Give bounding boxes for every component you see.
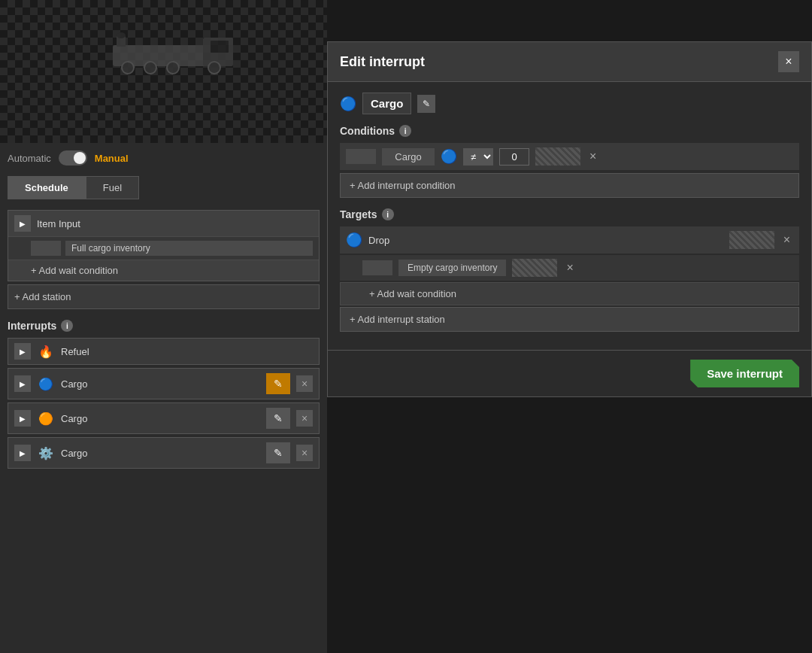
add-interrupt-condition-button[interactable]: + Add interrupt condition [340, 173, 799, 198]
sub-condition-row: Empty cargo inventory × [340, 255, 799, 281]
sub-cond-remove-button[interactable]: × [563, 261, 576, 275]
edit-cargo-2-button[interactable]: ✎ [266, 408, 290, 429]
wait-condition-full-cargo: Full cargo inventory [8, 236, 319, 260]
targets-section: Targets i 🔵 Drop × Empty cargo inventory… [340, 208, 799, 332]
interrupt-item-refuel: ▶ 🔥 Refuel [8, 338, 320, 365]
play-cargo-2-button[interactable]: ▶ [14, 410, 31, 427]
cargo-1-icon: 🔵 [37, 376, 55, 391]
modal-title: Edit interrupt [340, 54, 425, 70]
close-cargo-1-button[interactable]: × [296, 375, 313, 392]
svg-point-6 [208, 62, 220, 74]
edit-interrupt-modal: Edit interrupt × 🔵 Cargo ✎ Conditions i … [327, 41, 812, 397]
modal-footer: Save interrupt [328, 350, 811, 396]
condition-box-full-cargo: Full cargo inventory [65, 241, 313, 256]
train-image [98, 23, 248, 83]
targets-label-text: Targets [340, 208, 377, 220]
condition-striped-box [535, 147, 580, 166]
station-header: ▶ Item Input [8, 211, 319, 236]
cargo-3-icon: ⚙️ [37, 445, 55, 460]
modal-header: Edit interrupt × [328, 42, 811, 82]
drop-striped-box [729, 231, 774, 249]
svg-rect-2 [211, 41, 229, 53]
interrupt-item-cargo-1: ▶ 🔵 Cargo ✎ × [8, 368, 320, 399]
targets-info-icon: i [382, 208, 394, 220]
drop-name: Drop [368, 235, 723, 246]
condition-type: Cargo [382, 148, 435, 166]
tabs-row: Schedule Fuel [8, 176, 320, 199]
svg-point-8 [117, 32, 126, 38]
sub-cond-striped-box [512, 259, 557, 277]
svg-point-5 [167, 62, 179, 74]
drop-icon: 🔵 [346, 232, 362, 248]
play-button[interactable]: ▶ [14, 215, 31, 232]
operator-select[interactable]: ≠ = > < [463, 148, 493, 166]
interrupts-header: Interrupts i [8, 320, 320, 332]
tab-schedule[interactable]: Schedule [8, 176, 86, 199]
left-panel: Automatic Manual Schedule Fuel ▶ Item In… [0, 143, 327, 653]
add-wait-condition-button[interactable]: + Add wait condition [8, 260, 319, 281]
play-cargo-3-button[interactable]: ▶ [14, 445, 31, 461]
add-station-button[interactable]: + Add station [8, 284, 320, 309]
svg-point-3 [122, 62, 134, 74]
close-cargo-3-button[interactable]: × [296, 445, 313, 461]
cargo-1-name: Cargo [61, 378, 260, 390]
cargo-2-name: Cargo [61, 413, 260, 424]
play-cargo-1-button[interactable]: ▶ [14, 375, 31, 392]
sub-cond-spacer [362, 260, 392, 275]
conditions-label-text: Conditions [340, 125, 395, 137]
auto-manual-row: Automatic Manual [8, 150, 320, 166]
refuel-icon: 🔥 [37, 344, 55, 359]
edit-cargo-1-button[interactable]: ✎ [266, 373, 290, 394]
condition-value-input[interactable] [499, 148, 529, 166]
add-wait-modal-button[interactable]: + Add wait condition [340, 282, 799, 305]
interrupt-name-row: 🔵 Cargo ✎ [340, 93, 799, 114]
close-cargo-2-button[interactable]: × [296, 410, 313, 427]
condition-cargo-icon: 🔵 [441, 148, 457, 165]
target-row-drop: 🔵 Drop × [340, 226, 799, 254]
station-item: ▶ Item Input Full cargo inventory + Add … [8, 210, 320, 281]
modal-close-button[interactable]: × [778, 51, 799, 72]
cargo-2-icon: 🟠 [37, 411, 55, 426]
modal-body: 🔵 Cargo ✎ Conditions i Cargo 🔵 ≠ = > < ×… [328, 82, 811, 350]
condition-row-modal: Cargo 🔵 ≠ = > < × [340, 143, 799, 170]
sub-cond-label: Empty cargo inventory [398, 260, 506, 276]
save-interrupt-button[interactable]: Save interrupt [690, 360, 799, 387]
cargo-3-name: Cargo [61, 448, 260, 459]
interrupts-info-icon: i [61, 320, 73, 332]
targets-section-label: Targets i [340, 208, 799, 220]
tab-fuel[interactable]: Fuel [86, 176, 139, 199]
station-name: Item Input [37, 218, 80, 229]
interrupts-section: Interrupts i ▶ 🔥 Refuel ▶ 🔵 Cargo ✎ × ▶ … [8, 320, 320, 469]
condition-remove-button[interactable]: × [586, 150, 599, 163]
interrupts-label: Interrupts [8, 320, 56, 332]
interrupt-item-cargo-3: ▶ ⚙️ Cargo ✎ × [8, 437, 320, 469]
drop-remove-button[interactable]: × [780, 233, 793, 247]
interrupt-cargo-label: Cargo [362, 93, 411, 114]
auto-label: Automatic [8, 153, 51, 164]
schedule-section: ▶ Item Input Full cargo inventory + Add … [8, 210, 320, 309]
conditions-info-icon: i [399, 125, 411, 137]
auto-manual-toggle[interactable] [59, 150, 87, 166]
manual-label: Manual [95, 153, 129, 164]
conditions-section-label: Conditions i [340, 125, 799, 137]
cond-spacer [31, 241, 61, 256]
play-refuel-button[interactable]: ▶ [14, 343, 31, 360]
cond-spacer-modal [346, 149, 376, 164]
interrupt-item-cargo-2: ▶ 🟠 Cargo ✎ × [8, 402, 320, 434]
modal-cargo-icon: 🔵 [340, 96, 356, 112]
edit-cargo-3-button[interactable]: ✎ [266, 442, 290, 463]
add-interrupt-station-button[interactable]: + Add interrupt station [340, 307, 799, 332]
svg-point-4 [144, 62, 156, 74]
edit-name-button[interactable]: ✎ [417, 95, 435, 113]
refuel-name: Refuel [61, 346, 313, 357]
